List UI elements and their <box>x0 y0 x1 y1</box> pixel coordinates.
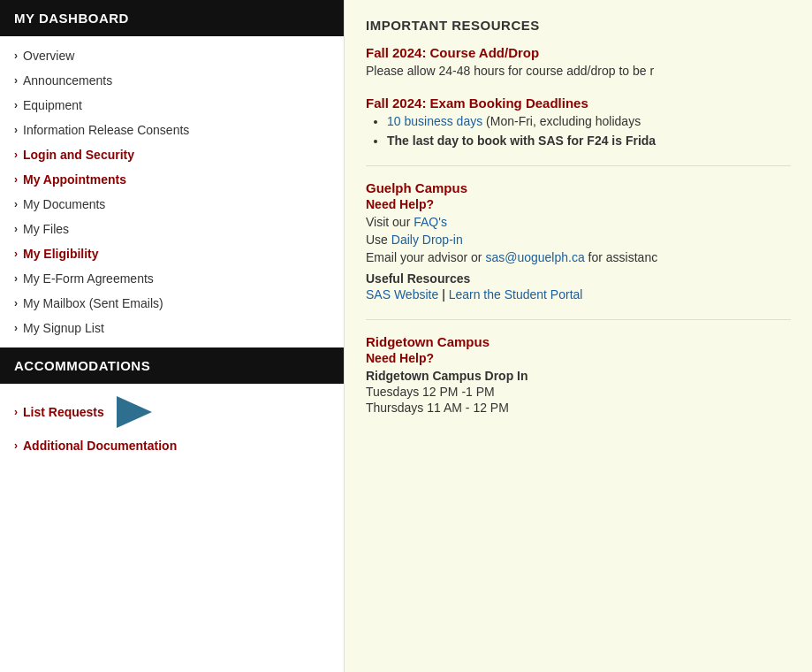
chevron-icon: › <box>14 322 18 334</box>
chevron-icon: › <box>14 272 18 285</box>
sidebar-item-label: My Appointments <box>23 172 126 187</box>
sidebar-item-login-security[interactable]: › Login and Security <box>0 142 344 167</box>
useful-resources-container: Useful Resources SAS Website | Learn the… <box>366 271 791 302</box>
sidebar-item-my-mailbox[interactable]: › My Mailbox (Sent Emails) <box>0 291 344 316</box>
sidebar-item-label: My Files <box>23 222 69 236</box>
faqs-link[interactable]: FAQ's <box>414 215 447 229</box>
sas-email-link[interactable]: sas@uoguelph.ca <box>485 250 584 264</box>
ridgetown-drop-in-title: Ridgetown Campus Drop In <box>366 369 791 383</box>
sas-website-link[interactable]: SAS Website <box>366 287 438 302</box>
ridgetown-campus-heading: Ridgetown Campus <box>366 334 791 349</box>
guelph-use-dropin: Use Daily Drop-in <box>366 233 791 247</box>
learn-portal-link[interactable]: Learn the Student Portal <box>449 287 583 302</box>
guelph-visit-faqs: Visit our FAQ's <box>366 215 791 229</box>
course-add-drop-heading: Fall 2024: Course Add/Drop <box>366 45 791 60</box>
sidebar-item-label: Login and Security <box>23 148 134 162</box>
chevron-icon: › <box>14 50 18 62</box>
sidebar-item-list-requests[interactable]: › List Requests <box>0 391 344 433</box>
dashboard-header: MY DASHBOARD <box>0 0 344 36</box>
email-suffix-text: for assistanc <box>588 250 658 264</box>
visit-text: Visit our <box>366 215 414 229</box>
sidebar-item-label: My Eligibility <box>23 247 99 261</box>
chevron-icon: › <box>14 149 18 161</box>
sidebar-item-additional-documentation[interactable]: › Additional Documentation <box>0 433 344 458</box>
sidebar-item-label: Information Release Consents <box>23 123 189 137</box>
arrow-indicator-icon <box>117 396 152 428</box>
divider-1 <box>366 165 791 166</box>
guelph-campus-heading: Guelph Campus <box>366 180 791 195</box>
main-content: IMPORTANT RESOURCES Fall 2024: Course Ad… <box>345 0 812 672</box>
ridgetown-need-help: Need Help? <box>366 351 791 365</box>
sidebar-item-label: Additional Documentation <box>23 439 177 453</box>
dashboard-nav: › Overview › Announcements › Equipment ›… <box>0 36 344 347</box>
chevron-icon: › <box>14 248 18 260</box>
link-separator: | <box>442 287 449 302</box>
important-resources-title: IMPORTANT RESOURCES <box>366 18 791 33</box>
sidebar-item-my-signup-list[interactable]: › My Signup List <box>0 316 344 340</box>
sidebar-item-label: My Mailbox (Sent Emails) <box>23 296 163 310</box>
chevron-icon: › <box>14 223 18 235</box>
chevron-icon: › <box>14 297 18 309</box>
sidebar-item-equipment[interactable]: › Equipment <box>0 93 344 118</box>
sidebar-item-label: List Requests <box>23 405 104 419</box>
ridgetown-campus-section: Ridgetown Campus Need Help? Ridgetown Ca… <box>366 334 791 415</box>
course-add-drop-text: Please allow 24-48 hours for course add/… <box>366 64 791 78</box>
chevron-icon: › <box>14 173 18 186</box>
accommodations-nav: › List Requests › Additional Documentati… <box>0 384 344 465</box>
ridgetown-schedule-1: Tuesdays 12 PM -1 PM <box>366 385 791 399</box>
sidebar-item-label: My Signup List <box>23 321 104 335</box>
sidebar-item-label: My E-Form Agreements <box>23 271 154 286</box>
sidebar-item-my-files[interactable]: › My Files <box>0 217 344 241</box>
business-days-link[interactable]: 10 business days <box>387 114 482 128</box>
daily-dropin-link[interactable]: Daily Drop-in <box>391 233 463 247</box>
exam-booking-item-2: The last day to book with SAS for F24 is… <box>387 134 791 148</box>
exam-booking-block: Fall 2024: Exam Booking Deadlines 10 bus… <box>366 95 791 148</box>
chevron-icon: › <box>14 99 18 111</box>
sidebar-item-information-release-consents[interactable]: › Information Release Consents <box>0 118 344 142</box>
exam-booking-list: 10 business days (Mon-Fri, excluding hol… <box>387 114 791 148</box>
exam-booking-item-1: 10 business days (Mon-Fri, excluding hol… <box>387 114 791 128</box>
sidebar-item-label: Overview <box>23 49 74 63</box>
ridgetown-schedule-2: Thursdays 11 AM - 12 PM <box>366 401 791 415</box>
sidebar-item-my-eligibility[interactable]: › My Eligibility <box>0 241 344 266</box>
guelph-email-advisor: Email your advisor or sas@uoguelph.ca fo… <box>366 250 791 264</box>
sidebar-item-label: Announcements <box>23 73 112 88</box>
divider-2 <box>366 319 791 320</box>
sidebar-item-label: Equipment <box>23 98 82 112</box>
chevron-icon: › <box>14 74 18 87</box>
course-add-drop-block: Fall 2024: Course Add/Drop Please allow … <box>366 45 791 78</box>
sidebar-item-my-documents[interactable]: › My Documents <box>0 192 344 217</box>
chevron-icon: › <box>14 406 18 418</box>
accommodations-header: ACCOMMODATIONS <box>0 347 344 384</box>
guelph-campus-section: Guelph Campus Need Help? Visit our FAQ's… <box>366 180 791 302</box>
sidebar-item-my-appointments[interactable]: › My Appointments <box>0 167 344 192</box>
useful-links: SAS Website | Learn the Student Portal <box>366 287 791 302</box>
sidebar-item-my-eform-agreements[interactable]: › My E-Form Agreements <box>0 266 344 291</box>
email-prefix-text: Email your advisor or <box>366 250 485 264</box>
use-text: Use <box>366 233 391 247</box>
sidebar-item-announcements[interactable]: › Announcements <box>0 68 344 93</box>
sidebar-item-label: My Documents <box>23 197 105 211</box>
useful-resources-label: Useful Resources <box>366 271 791 286</box>
sidebar: MY DASHBOARD › Overview › Announcements … <box>0 0 345 672</box>
business-days-suffix: (Mon-Fri, excluding holidays <box>486 114 641 128</box>
chevron-icon: › <box>14 439 18 452</box>
chevron-icon: › <box>14 124 18 136</box>
sidebar-item-overview[interactable]: › Overview <box>0 43 344 68</box>
exam-booking-heading: Fall 2024: Exam Booking Deadlines <box>366 95 791 111</box>
ridgetown-drop-in-bold: Ridgetown Campus Drop In <box>366 369 528 383</box>
guelph-need-help: Need Help? <box>366 197 791 211</box>
last-day-text: The last day to book with SAS for F24 is… <box>387 134 656 148</box>
chevron-icon: › <box>14 198 18 210</box>
